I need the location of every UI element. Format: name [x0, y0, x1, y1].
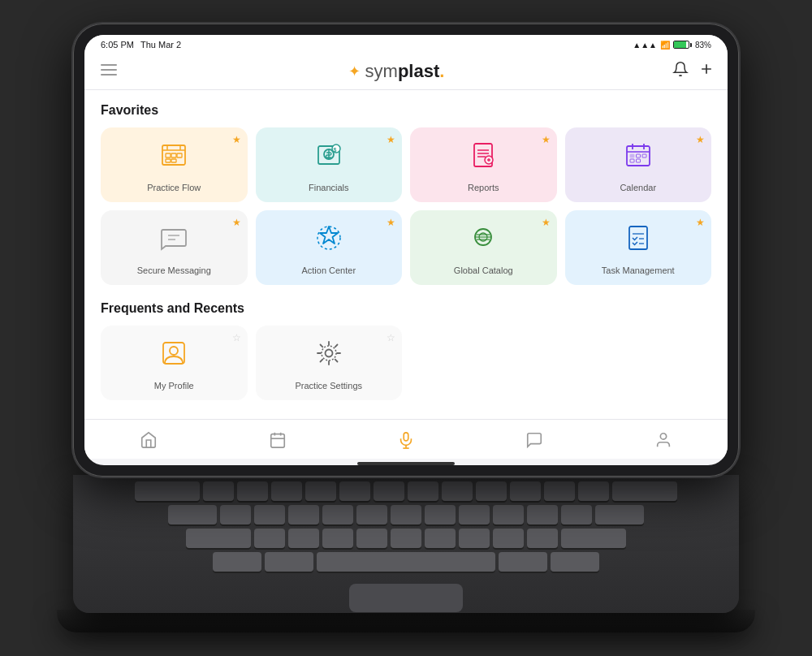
svg-rect-12: [166, 159, 171, 162]
keyboard: [73, 475, 739, 613]
time: 6:05 PM: [101, 40, 134, 50]
logo-sym: sym: [365, 61, 398, 81]
date: Thu Mar 2: [140, 40, 181, 50]
global-catalog-icon: [469, 223, 498, 259]
svg-rect-47: [163, 343, 184, 364]
svg-rect-11: [177, 153, 182, 158]
logo-plast: plast: [398, 61, 439, 81]
frequents-section-title: Frequents and Recents: [101, 301, 711, 316]
my-profile-icon: [159, 339, 188, 374]
main-content: Favorites ★: [84, 90, 728, 419]
financials-label: Financials: [309, 183, 349, 192]
svg-rect-55: [404, 433, 408, 441]
svg-rect-33: [630, 159, 634, 162]
secure-messaging-icon: [159, 223, 188, 259]
status-bar: 6:05 PM Thu Mar 2 ▲▲▲ 📶 83%: [84, 35, 728, 53]
tile-financials[interactable]: ★ $ Financials: [256, 127, 403, 202]
global-catalog-label: Global Catalog: [454, 265, 513, 275]
svg-text:$: $: [333, 147, 336, 153]
star-icon: ★: [542, 217, 551, 228]
tablet-frame: 6:05 PM Thu Mar 2 ▲▲▲ 📶 83%: [73, 24, 739, 477]
svg-rect-30: [630, 154, 634, 158]
action-center-icon: [314, 223, 343, 259]
svg-point-37: [317, 227, 340, 249]
star-icon: ★: [232, 217, 241, 228]
reports-label: Reports: [468, 183, 499, 192]
svg-rect-34: [636, 159, 640, 162]
svg-rect-43: [629, 227, 647, 249]
app-header: ✦ symplast.: [84, 53, 728, 90]
svg-rect-13: [171, 159, 176, 162]
home-indicator: [357, 462, 455, 465]
logo-icon: ✦: [348, 63, 361, 80]
tile-action-center[interactable]: ★ Action Center: [256, 210, 403, 285]
nav-mic[interactable]: [381, 428, 431, 452]
star-icon: ★: [696, 134, 705, 145]
svg-rect-9: [166, 153, 171, 158]
star-icon: ★: [387, 217, 395, 228]
signal-icon: ▲▲▲: [633, 41, 657, 50]
task-management-icon: [624, 223, 653, 259]
practice-flow-icon: [159, 140, 188, 176]
header-actions: [672, 61, 715, 81]
app-logo: ✦ symplast.: [348, 61, 445, 82]
add-button[interactable]: [698, 61, 715, 81]
action-center-label: Action Center: [301, 265, 356, 275]
svg-point-58: [660, 433, 666, 438]
tile-practice-settings[interactable]: ☆ Practice Settings: [256, 326, 403, 400]
tablet-screen: 6:05 PM Thu Mar 2 ▲▲▲ 📶 83%: [84, 35, 728, 465]
svg-rect-10: [171, 153, 176, 158]
star-empty-icon: ☆: [387, 332, 395, 343]
star-icon: ★: [387, 134, 395, 145]
nav-home[interactable]: [123, 428, 174, 452]
my-profile-label: My Profile: [154, 381, 194, 391]
bottom-nav: [84, 419, 728, 459]
svg-point-50: [322, 346, 336, 360]
secure-messaging-label: Secure Messaging: [137, 265, 211, 275]
calendar-icon: [624, 140, 653, 176]
scene: 6:05 PM Thu Mar 2 ▲▲▲ 📶 83%: [41, 24, 771, 632]
svg-rect-51: [270, 434, 284, 447]
calendar-label: Calendar: [620, 183, 656, 192]
tile-task-management[interactable]: ★ Task Management: [565, 210, 712, 285]
keyboard-base: [57, 610, 755, 632]
wifi-icon: 📶: [660, 41, 670, 50]
nav-messages[interactable]: [509, 428, 559, 452]
tile-calendar[interactable]: ★: [565, 127, 712, 202]
svg-point-48: [170, 347, 178, 355]
favorites-section-title: Favorites: [101, 103, 711, 118]
financials-icon: $: [314, 140, 343, 176]
battery-indicator: [673, 41, 692, 49]
star-icon: ★: [232, 134, 241, 145]
tile-global-catalog[interactable]: ★ Global Catalog: [410, 210, 557, 285]
tile-my-profile[interactable]: ☆ My Profile: [101, 326, 248, 400]
practice-flow-label: Practice Flow: [147, 183, 201, 192]
svg-rect-2: [101, 74, 117, 76]
nav-calendar[interactable]: [253, 428, 303, 452]
task-management-label: Task Management: [602, 265, 675, 275]
practice-settings-label: Practice Settings: [295, 381, 362, 391]
reports-icon: [469, 140, 498, 176]
svg-rect-32: [642, 154, 646, 158]
frequents-grid: ☆ My Profile ☆: [101, 326, 711, 400]
battery-percent: 83%: [695, 41, 711, 50]
svg-point-49: [325, 350, 332, 357]
tile-reports[interactable]: ★ Reports: [410, 127, 557, 202]
star-icon: ★: [542, 134, 551, 145]
favorites-grid: ★: [101, 127, 711, 285]
nav-profile[interactable]: [638, 428, 689, 452]
notification-bell-icon[interactable]: [672, 61, 689, 81]
menu-button[interactable]: [97, 59, 120, 83]
svg-rect-1: [101, 69, 117, 71]
svg-rect-31: [636, 154, 640, 158]
svg-rect-0: [101, 64, 117, 66]
tile-practice-flow[interactable]: ★: [101, 127, 248, 202]
star-empty-icon: ☆: [232, 332, 241, 343]
logo-dot: .: [439, 61, 444, 81]
tile-secure-messaging[interactable]: ★ Secure Messaging: [101, 210, 248, 285]
practice-settings-icon: [314, 339, 343, 374]
star-icon: ★: [696, 217, 705, 228]
